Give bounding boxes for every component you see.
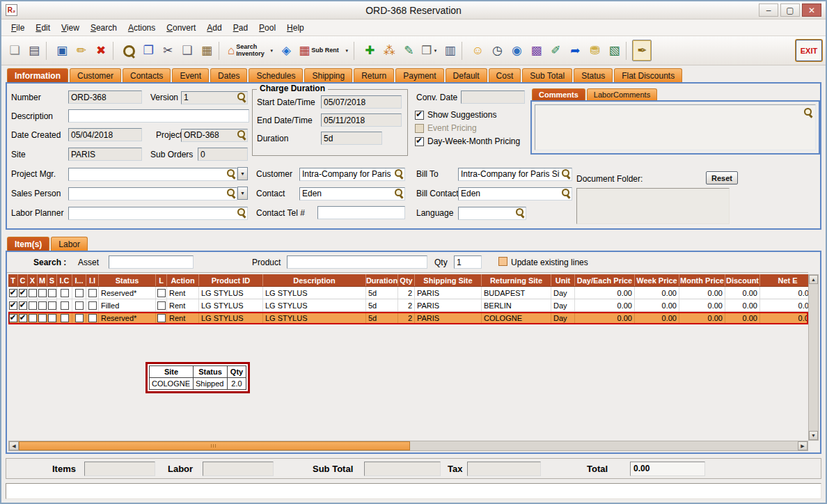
start-datetime-field[interactable] xyxy=(321,95,402,109)
tab-payment[interactable]: Payment xyxy=(395,68,443,82)
menu-add[interactable]: Add xyxy=(201,21,227,35)
cell-c[interactable] xyxy=(18,312,28,324)
menu-edit[interactable]: Edit xyxy=(30,21,56,35)
tab-information[interactable]: Information xyxy=(7,68,68,82)
pool-balls-button[interactable]: ⁂ xyxy=(379,40,399,61)
project-mgr-dropdown-arrow[interactable]: ▼ xyxy=(237,167,248,180)
column-header-duration[interactable]: Duration xyxy=(366,274,398,286)
tab-flat-discounts[interactable]: Flat Discounts xyxy=(614,68,682,82)
scroll-track[interactable] xyxy=(410,441,798,450)
tab-event[interactable]: Event xyxy=(172,68,209,82)
cell-t[interactable] xyxy=(8,312,18,324)
close-button[interactable]: ✕ xyxy=(802,3,821,17)
replace-document-button[interactable]: ❐ xyxy=(139,40,158,61)
bill-contact-field[interactable] xyxy=(458,187,572,200)
batch-button[interactable]: ❒▼ xyxy=(418,40,440,61)
cell-m[interactable] xyxy=(38,287,47,299)
labor-planner-field[interactable] xyxy=(68,207,248,220)
new-document-button[interactable]: ❏ xyxy=(5,40,24,61)
scroll-right-icon[interactable]: ▶ xyxy=(798,441,808,450)
bill-to-field[interactable] xyxy=(458,168,572,181)
date-created-field[interactable] xyxy=(68,128,142,141)
project-search-icon[interactable] xyxy=(237,129,246,139)
green-note-button[interactable]: ✐ xyxy=(546,40,565,61)
sub-rent-button[interactable]: ▦Sub Rent▼ xyxy=(296,40,352,61)
contact-tel-field[interactable] xyxy=(317,206,405,219)
tab-return[interactable]: Return xyxy=(354,68,394,82)
sales-person-search-icon[interactable] xyxy=(226,188,235,197)
qty-input[interactable] xyxy=(454,255,482,269)
sub-orders-field[interactable] xyxy=(198,148,248,161)
reset-button[interactable]: Reset xyxy=(706,171,738,184)
cell-t[interactable] xyxy=(8,299,18,311)
row-checkbox-m[interactable] xyxy=(38,289,47,297)
scroll-left-icon[interactable]: ◀ xyxy=(9,441,19,450)
cell-x[interactable] xyxy=(28,312,38,324)
column-header-i-c[interactable]: I.C xyxy=(57,274,72,286)
column-header-unit[interactable]: Unit xyxy=(551,274,575,286)
row-checkbox-t[interactable] xyxy=(9,301,17,310)
copy-button[interactable]: ❑ xyxy=(178,40,197,61)
add-button[interactable]: ✚ xyxy=(360,40,379,61)
row-checkbox-t[interactable] xyxy=(9,289,17,297)
project-mgr-field[interactable] xyxy=(68,168,237,181)
comments-textarea[interactable] xyxy=(535,104,816,150)
row-checkbox-l[interactable] xyxy=(157,314,166,322)
sub-rent-dropdown-arrow[interactable]: ▼ xyxy=(345,49,349,53)
sales-person-field[interactable] xyxy=(68,187,237,200)
document-folder-box[interactable] xyxy=(576,188,730,224)
cell-m[interactable] xyxy=(38,299,47,311)
column-header-i[interactable]: I... xyxy=(72,274,86,286)
column-header-returning-site[interactable]: Returning Site xyxy=(482,274,551,286)
chart-button[interactable]: ▧ xyxy=(604,40,624,61)
row-checkbox-x[interactable] xyxy=(29,314,37,322)
comments-search-icon[interactable] xyxy=(803,107,812,116)
column-header-qty[interactable]: Qty xyxy=(398,274,415,286)
table-row[interactable]: Reserved*RentLG STYLUSLG STYLUS5d2PARISC… xyxy=(8,312,808,324)
menu-actions[interactable]: Actions xyxy=(123,21,161,35)
cell-c[interactable] xyxy=(18,299,28,311)
items-tab-labor[interactable]: Labor xyxy=(51,237,88,251)
print-button[interactable]: ▤ xyxy=(24,40,44,61)
cell-l[interactable] xyxy=(156,312,167,324)
row-checkbox-m[interactable] xyxy=(38,314,47,322)
search-inventory-button[interactable]: ⌂Search Inventory▼ xyxy=(225,40,276,61)
row-checkbox-i-c[interactable] xyxy=(61,314,69,322)
exit-button[interactable]: EXIT xyxy=(796,40,822,61)
row-checkbox-s[interactable] xyxy=(48,301,56,310)
clock-button[interactable]: ◷ xyxy=(487,40,507,61)
day-week-month-pricing-checkbox[interactable] xyxy=(415,137,424,146)
column-header-m[interactable]: M xyxy=(38,274,47,286)
row-checkbox-t[interactable] xyxy=(9,314,17,322)
row-checkbox-l[interactable] xyxy=(157,301,166,310)
column-header-l[interactable]: L xyxy=(156,274,167,286)
asset-search-input[interactable] xyxy=(109,255,194,269)
tab-shipping[interactable]: Shipping xyxy=(304,68,352,82)
cell-i-i[interactable] xyxy=(86,299,99,311)
row-checkbox-m[interactable] xyxy=(38,301,47,310)
tab-sub-total[interactable]: Sub Total xyxy=(522,68,572,82)
row-checkbox-s[interactable] xyxy=(48,314,56,322)
comments-tab-laborcomments[interactable]: LaborComments xyxy=(587,88,657,100)
row-checkbox-i-i[interactable] xyxy=(88,314,97,322)
pour-button[interactable]: ◈ xyxy=(276,40,296,61)
save-button[interactable]: ▣ xyxy=(52,40,72,61)
table-row[interactable]: FilledRentLG STYLUSLG STYLUS5d2PARISBERL… xyxy=(8,299,808,312)
menu-file[interactable]: File xyxy=(6,21,30,35)
labor-planner-search-icon[interactable] xyxy=(237,207,246,216)
cubes-button[interactable]: ▩ xyxy=(526,40,546,61)
cell-t[interactable] xyxy=(8,287,18,299)
column-header-status[interactable]: Status xyxy=(99,274,156,286)
row-checkbox-l[interactable] xyxy=(157,289,166,297)
end-datetime-field[interactable] xyxy=(321,113,402,127)
row-checkbox-c[interactable] xyxy=(19,289,27,297)
column-header-action[interactable]: Action xyxy=(167,274,199,286)
cell-s[interactable] xyxy=(47,287,57,299)
column-header-description[interactable]: Description xyxy=(263,274,366,286)
project-mgr-search-icon[interactable] xyxy=(226,168,235,178)
cut-button[interactable]: ✂ xyxy=(158,40,178,61)
number-field[interactable] xyxy=(68,90,142,104)
find-button[interactable] xyxy=(119,40,139,61)
update-existing-lines-checkbox[interactable] xyxy=(498,257,507,266)
cell-i-c[interactable] xyxy=(57,287,72,299)
